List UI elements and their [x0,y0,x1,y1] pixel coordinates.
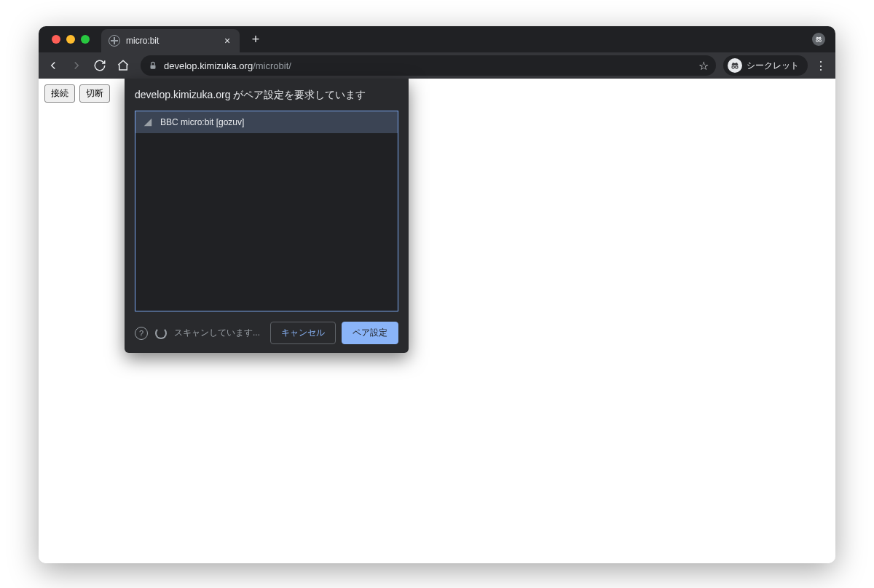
browser-tab[interactable]: micro:bit × [101,29,240,52]
pair-button[interactable]: ペア設定 [342,322,398,344]
spinner-icon [155,327,167,339]
signal-icon [143,117,153,127]
incognito-chip[interactable]: シークレット [723,55,808,76]
svg-point-1 [819,40,822,42]
maximize-window-button[interactable] [81,35,90,44]
device-list-item[interactable]: BBC micro:bit [gozuv] [135,111,398,133]
bookmark-star-icon[interactable]: ☆ [698,59,709,73]
close-window-button[interactable] [52,35,60,44]
dialog-footer: ? スキャンしています... キャンセル ペア設定 [135,322,398,344]
scanning-label: スキャンしています... [174,327,260,339]
globe-icon [109,35,120,47]
device-name: BBC micro:bit [gozuv] [160,117,244,127]
svg-rect-2 [151,65,156,68]
help-icon[interactable]: ? [135,327,148,340]
url-host: develop.kimizuka.org [164,60,253,71]
reload-button[interactable] [90,55,110,76]
browser-toolbar: develop.kimizuka.org/microbit/ ☆ シークレット … [39,52,835,79]
device-list: BBC micro:bit [gozuv] [135,111,398,311]
svg-point-0 [816,40,819,42]
connect-button[interactable]: 接続 [44,84,75,103]
tab-close-button[interactable]: × [222,36,232,46]
svg-point-4 [736,66,739,69]
incognito-indicator-icon [812,33,825,46]
minimize-window-button[interactable] [66,35,75,44]
window-controls [52,35,90,44]
dialog-title: develop.kimizuka.org がペア設定を要求しています [135,89,398,102]
tab-strip: micro:bit × + [39,26,835,52]
tab-title: micro:bit [126,36,159,46]
browser-window: micro:bit × + develop.kimizuka.org/micro… [39,26,835,563]
incognito-icon [728,58,742,73]
back-button[interactable] [43,55,63,76]
cancel-button[interactable]: キャンセル [270,322,336,344]
browser-menu-button[interactable]: ⋮ [811,55,831,76]
home-button[interactable] [113,55,133,76]
new-tab-button[interactable]: + [245,29,266,49]
page-viewport: 接続 切断 develop.kimizuka.org がペア設定を要求しています… [39,79,835,563]
forward-button[interactable] [66,55,87,76]
url-path: /microbit/ [253,60,291,71]
bluetooth-pairing-dialog: develop.kimizuka.org がペア設定を要求しています BBC m… [125,79,409,353]
incognito-label: シークレット [747,60,799,72]
lock-icon [148,60,158,71]
address-bar[interactable]: develop.kimizuka.org/microbit/ ☆ [141,55,716,76]
disconnect-button[interactable]: 切断 [79,84,110,103]
svg-point-3 [732,66,735,69]
